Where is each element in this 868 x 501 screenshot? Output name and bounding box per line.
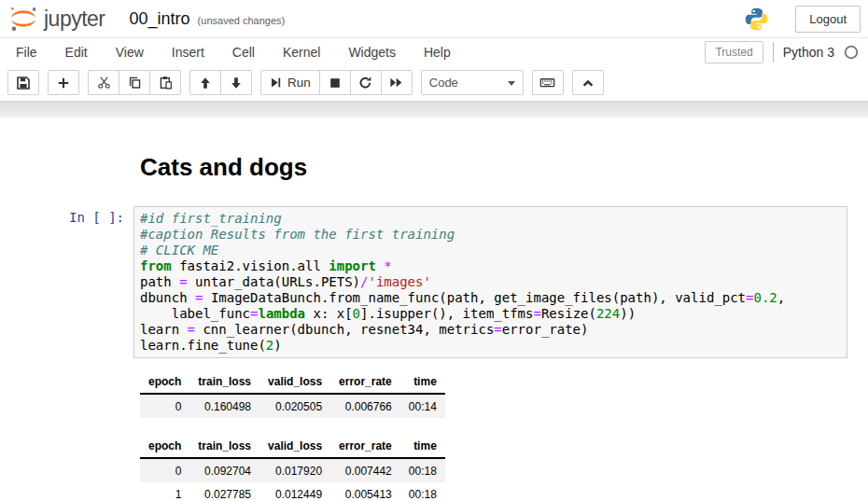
checkpoint-status: (unsaved changes) [198,11,286,26]
table-header-cell: epoch [140,369,189,394]
code-token: 'images' [368,274,430,289]
code-token: 224 [596,306,620,321]
table-cell: 0.012449 [259,482,330,501]
cell-prompt: In [ ]: [42,206,133,358]
code-token: 0.2 [753,290,777,305]
code-token: fastai2.vision.all [172,258,329,273]
jupyter-logo[interactable]: jupyter [7,4,105,34]
code-token: = [188,322,195,337]
paste-cells-button[interactable] [149,70,181,95]
fast-forward-icon [389,76,403,90]
insert-cell-below-button[interactable] [48,70,79,95]
table-header-cell: time [400,434,445,458]
table-cell: 00:14 [400,394,445,418]
training-results-table: epochtrain_lossvalid_losserror_ratetime0… [140,369,445,418]
table-row: 00.0927040.0179200.00744200:18 [140,458,445,482]
code-token: = [494,322,501,337]
code-token: learn.fine_tune( [140,338,266,353]
code-token: #id first_training [140,211,282,226]
table-header-cell: valid_loss [259,369,330,394]
table-cell: 0.005413 [330,482,400,501]
run-button[interactable]: Run [260,70,320,95]
output-area: epochtrain_lossvalid_losserror_ratetime0… [140,369,847,501]
code-token: #caption Results from the first training [140,227,455,242]
cell-type-select[interactable]: Code [421,70,524,95]
menu-item-widgets[interactable]: Widgets [334,38,410,66]
command-palette-button[interactable] [532,70,564,95]
notebook-title[interactable]: 00_intro [130,9,190,29]
code-token: = [533,306,540,321]
code-token: = [179,274,187,289]
select-caret-icon [508,81,515,86]
code-token: )) [620,306,636,321]
table-header-cell: train_loss [189,369,259,394]
python-logo-icon [744,7,769,32]
table-cell: 0.160498 [189,394,259,418]
toolbar: Run Code [0,66,868,101]
code-line: from fastai2.vision.all import * [140,258,841,274]
restart-kernel-button[interactable] [350,70,382,95]
stop-icon [329,77,342,90]
table-cell: 0.006766 [330,394,400,418]
code-token: import [329,258,376,273]
menu-item-file[interactable]: File [2,38,51,66]
code-token: # CLICK ME [140,243,218,257]
code-token: ImageDataBunch.from_name_func(path, get_… [203,290,746,305]
chevron-up-icon [581,77,595,90]
code-token: ) [273,338,281,353]
table-cell: 0 [140,394,189,418]
plus-icon [57,77,70,90]
menu-item-help[interactable]: Help [410,38,465,66]
menu-item-insert[interactable]: Insert [158,38,218,66]
code-token: x: x[ [305,306,353,321]
table-header-cell: valid_loss [259,434,330,458]
copy-cells-button[interactable] [119,70,150,95]
table-header-cell: error_rate [330,434,400,458]
logout-button[interactable]: Logout [795,6,861,33]
table-cell: 00:18 [400,458,445,482]
cut-cells-button[interactable] [88,70,119,95]
code-editor[interactable]: #id first_training#caption Results from … [133,206,847,358]
code-token: path [140,274,179,289]
chevron-up-button[interactable] [572,70,604,95]
kernel-separator [773,42,774,63]
cell-type-value: Code [429,76,458,90]
menu-item-edit[interactable]: Edit [51,38,102,66]
code-line: #caption Results from the first training [140,227,841,243]
arrow-up-icon [199,77,212,90]
kernel-idle-indicator-icon [844,45,859,60]
scissors-icon [97,76,111,90]
paste-icon [159,76,173,90]
code-cell[interactable]: In [ ]: #id first_training#caption Resul… [42,206,847,358]
menu-item-kernel[interactable]: Kernel [269,38,334,66]
menubar: FileEditViewInsertCellKernelWidgetsHelp … [0,38,868,66]
table-header-cell: error_rate [330,369,400,394]
table-cell: 0.017920 [259,458,330,482]
logo-text: jupyter [44,7,105,32]
interrupt-kernel-button[interactable] [319,70,351,95]
notebook-header: jupyter 00_intro (unsaved changes) Logou… [0,0,868,38]
run-label: Run [287,76,311,90]
code-line: #id first_training [140,211,841,227]
table-cell: 0.007442 [330,458,400,482]
table-cell: 00:18 [400,482,445,501]
menu-item-view[interactable]: View [102,38,158,66]
markdown-cell[interactable]: Cats and dogs [42,153,847,182]
code-token: , [777,290,785,305]
table-row: 10.0277850.0124490.00541300:18 [140,482,445,501]
save-button[interactable] [7,70,39,95]
restart-run-all-button[interactable] [381,70,413,95]
code-token: untar_data(URLs.PETS) [188,274,360,289]
code-token: label_func [140,306,250,321]
header-shadow-strip [0,101,868,118]
move-cell-down-button[interactable] [220,70,252,95]
code-token: * [384,258,391,273]
save-icon [16,76,31,90]
code-token: dbunch [140,290,195,305]
trusted-badge[interactable]: Trusted [705,41,763,63]
menu-item-cell[interactable]: Cell [218,38,269,66]
move-cell-up-button[interactable] [189,70,221,95]
menubar-items: FileEditViewInsertCellKernelWidgetsHelp [2,38,465,66]
markdown-prompt [42,153,133,182]
code-line: # CLICK ME [140,243,841,258]
